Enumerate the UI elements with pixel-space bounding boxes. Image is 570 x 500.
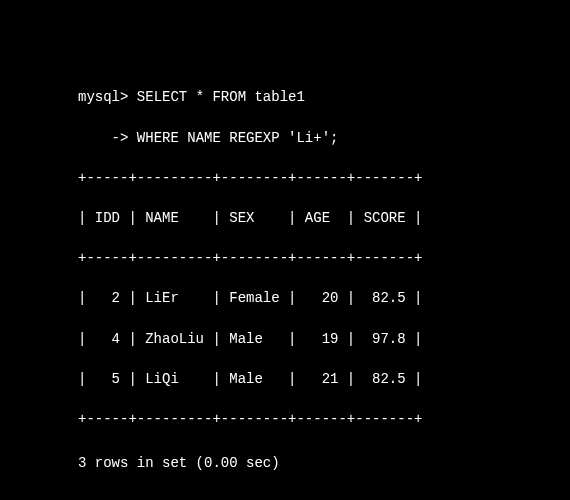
sql-statement-1b: WHERE NAME REGEXP 'Li+';: [137, 130, 339, 146]
table1-header: | IDD | NAME | SEX | AGE | SCORE |: [78, 209, 570, 229]
sql-statement-1a: SELECT * FROM table1: [137, 89, 305, 105]
query1-prompt-line2: -> WHERE NAME REGEXP 'Li+';: [78, 129, 570, 149]
query1-status: 3 rows in set (0.00 sec): [78, 454, 570, 474]
mysql-prompt: mysql>: [78, 89, 128, 105]
table1-border-bottom: +-----+---------+--------+------+-------…: [78, 410, 570, 430]
query1-prompt-line1: mysql> SELECT * FROM table1: [78, 88, 570, 108]
table1-row: | 4 | ZhaoLiu | Male | 19 | 97.8 |: [78, 330, 570, 350]
table1-row: | 2 | LiEr | Female | 20 | 82.5 |: [78, 289, 570, 309]
table1-border-top: +-----+---------+--------+------+-------…: [78, 169, 570, 189]
table1-row: | 5 | LiQi | Male | 21 | 82.5 |: [78, 370, 570, 390]
table1-border-mid: +-----+---------+--------+------+-------…: [78, 249, 570, 269]
continuation-prompt: ->: [78, 130, 128, 146]
